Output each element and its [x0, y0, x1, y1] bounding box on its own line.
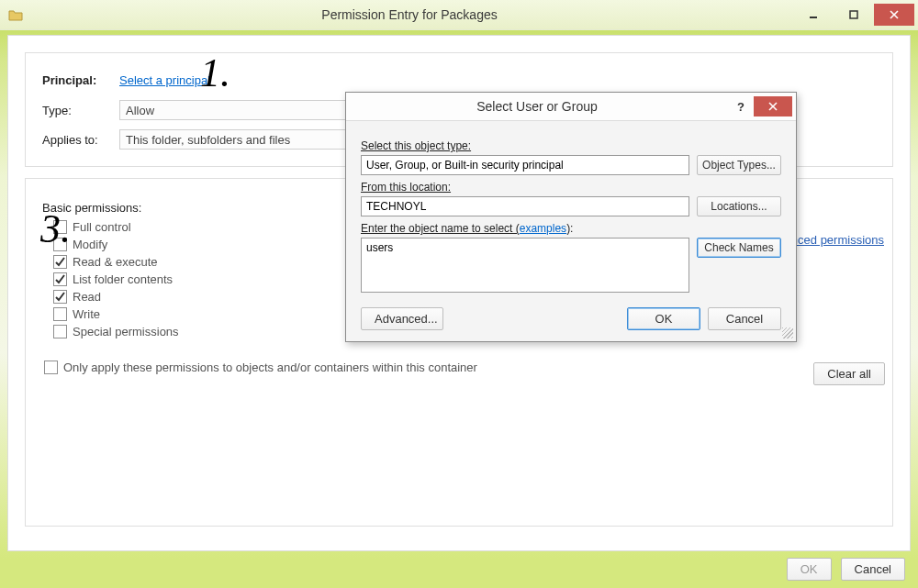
object-name-label-pre: Enter the object name to select ( [361, 222, 520, 235]
only-apply-row[interactable]: Only apply these permissions to objects … [44, 361, 876, 374]
checkbox-icon [53, 290, 67, 304]
close-button[interactable] [874, 4, 914, 26]
checkbox-icon [53, 272, 67, 286]
perm-label: Read & execute [73, 255, 158, 269]
checkbox-icon [44, 361, 58, 374]
perm-label: List folder contents [73, 272, 173, 286]
window-title: Permission Entry for Packages [26, 7, 793, 22]
annotation-1: 1. [200, 50, 230, 96]
type-label: Type: [42, 104, 119, 117]
help-icon[interactable]: ? [728, 100, 754, 114]
location-field[interactable] [361, 196, 689, 216]
checkbox-icon [53, 255, 67, 269]
checkbox-icon [53, 307, 67, 321]
perm-label: Read [73, 290, 101, 304]
dialog-titlebar: Select User or Group ? [346, 93, 796, 121]
advanced-button[interactable]: Advanced... [361, 307, 443, 330]
applies-label: Applies to: [42, 133, 119, 147]
object-type-label: Select this object type: [361, 139, 781, 152]
locations-button[interactable]: Locations... [697, 196, 781, 216]
footer-buttons: OK Cancel [787, 558, 905, 581]
object-name-label-post: ): [566, 222, 573, 235]
object-name-input[interactable]: users [361, 238, 689, 293]
select-principal-link[interactable]: Select a principal [119, 73, 210, 87]
minimize-button[interactable] [793, 4, 834, 26]
location-label: From this location: [361, 181, 781, 194]
clear-all-button[interactable]: Clear all [813, 362, 885, 385]
object-type-field[interactable] [361, 155, 689, 175]
perm-label: Full control [73, 220, 131, 234]
select-user-dialog: Select User or Group ? Select this objec… [345, 92, 797, 342]
cancel-button[interactable]: Cancel [841, 558, 905, 581]
object-name-label: Enter the object name to select (example… [361, 222, 781, 235]
annotation-3: 3. [40, 205, 71, 252]
maximize-button[interactable] [834, 4, 874, 26]
window-buttons [793, 4, 914, 26]
perm-label: Modify [73, 238, 107, 251]
examples-link[interactable]: examples [520, 222, 566, 235]
dialog-cancel-button[interactable]: Cancel [708, 307, 781, 330]
dialog-close-button[interactable] [754, 96, 792, 116]
object-types-button[interactable]: Object Types... [697, 155, 781, 175]
svg-rect-1 [850, 11, 857, 18]
titlebar: Permission Entry for Packages [0, 0, 918, 30]
dialog-ok-button[interactable]: OK [627, 307, 700, 330]
perm-label: Special permissions [73, 325, 179, 338]
dialog-title: Select User or Group [346, 99, 728, 114]
ok-button[interactable]: OK [787, 558, 832, 581]
check-names-button[interactable]: Check Names [697, 238, 781, 258]
perm-label: Write [73, 307, 100, 321]
resize-grip-icon[interactable] [782, 327, 793, 338]
principal-label: Principal: [42, 73, 119, 87]
screen: Permission Entry for Packages Principal:… [0, 0, 918, 588]
only-apply-label: Only apply these permissions to objects … [63, 361, 477, 374]
folder-icon [6, 5, 26, 25]
checkbox-icon [53, 325, 67, 338]
